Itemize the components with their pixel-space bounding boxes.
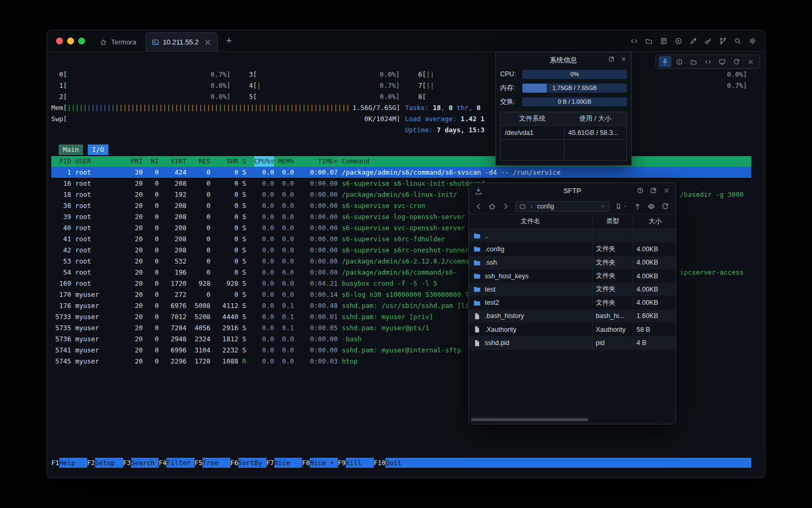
forward-icon[interactable] (502, 202, 510, 211)
fkey-label-f6[interactable]: SortBy (238, 458, 266, 468)
cpu-meter-4: 4[|0.7%] (241, 80, 400, 91)
chevron-right-icon (529, 204, 534, 210)
code-icon[interactable] (702, 56, 714, 67)
refresh-icon[interactable] (661, 202, 669, 211)
cpu-meter-0: 0[0.7%] (51, 69, 230, 80)
pin-icon[interactable] (659, 56, 671, 67)
fkey-f1[interactable]: F1 (51, 458, 59, 468)
fkey-label-f5[interactable]: Tree (202, 458, 230, 468)
file-icon (473, 325, 481, 333)
file-row-.config[interactable]: .config文件夹4.00KB (469, 242, 676, 256)
refresh-icon[interactable] (730, 56, 743, 67)
search-icon[interactable] (734, 37, 742, 45)
fkey-label-f3[interactable]: Search (131, 458, 159, 468)
minimize-window-button[interactable] (67, 38, 74, 44)
fkey-label-f7[interactable]: Nice - (274, 458, 302, 468)
file-table-header[interactable]: 文件名 类型 大小 (469, 214, 676, 229)
sort-column-cpu[interactable]: CPU%▽ (254, 156, 274, 167)
fkey-f2[interactable]: F2 (87, 458, 95, 468)
popout-icon[interactable] (650, 187, 657, 194)
column-filename[interactable]: 文件名 (469, 217, 593, 226)
fkey-f4[interactable]: F4 (159, 458, 167, 468)
fkey-f9[interactable]: F9 (338, 458, 346, 468)
window-controls (56, 38, 85, 44)
close-icon[interactable] (620, 56, 627, 62)
titlebar: Termora 10.211.55.2 + (47, 30, 765, 52)
bookmark-control[interactable] (615, 203, 628, 210)
fkey-f8[interactable]: F8 (302, 458, 310, 468)
tab-session-10-211-55-2[interactable]: 10.211.55.2 (145, 32, 218, 51)
fkey-f7[interactable]: F7 (266, 458, 274, 468)
terminal-icon (152, 39, 159, 46)
file-size: 4.00KB (633, 283, 676, 296)
file-row-test[interactable]: test文件夹4.00KB (469, 283, 676, 296)
record-icon[interactable] (675, 37, 682, 45)
sftp-titlebar: SFTP (469, 183, 676, 199)
info-icon[interactable] (673, 56, 686, 67)
help-icon[interactable] (636, 187, 644, 194)
zoom-window-button[interactable] (78, 38, 85, 44)
scrollbar-thumb[interactable] (471, 418, 588, 421)
fkey-label-f4[interactable]: Filter (167, 458, 195, 468)
horizontal-scrollbar[interactable] (469, 418, 676, 421)
file-row-sshd.pid[interactable]: sshd.pidpid4 B (469, 336, 676, 349)
desktop: Termora 10.211.55.2 + 0[0.7%] 1[0.0%] 2[… (0, 0, 812, 508)
fkey-label-f10[interactable]: Quit (385, 458, 401, 468)
fkey-label-f8[interactable]: Nice + (310, 458, 338, 468)
folder-icon[interactable] (687, 56, 700, 67)
column-size[interactable]: 大小 (633, 217, 676, 226)
uptime-stat: Uptime: 7 days, 15:3 (405, 124, 485, 135)
edit-icon[interactable] (689, 37, 697, 45)
gear-icon[interactable] (749, 37, 756, 45)
fs-table-row: /dev/vda145.61GB / 58.3... (501, 126, 626, 140)
path-bar[interactable]: config (515, 201, 610, 212)
close-tab-icon[interactable] (204, 38, 212, 47)
up-directory-icon[interactable] (633, 202, 642, 211)
file-row-.bash_history[interactable]: .bash_historybash_hi...1.60KB (469, 310, 676, 323)
file-row-.Xauthority[interactable]: .XauthorityXauthority58 B (469, 323, 676, 336)
new-tab-button[interactable]: + (223, 34, 235, 47)
key-icon[interactable] (704, 37, 712, 45)
file-row-.ssh[interactable]: .ssh文件夹4.00KB (469, 256, 676, 269)
code-icon[interactable] (630, 37, 638, 45)
tab-termora[interactable]: Termora (94, 32, 142, 51)
file-type: 文件夹 (593, 296, 633, 309)
back-icon[interactable] (474, 202, 483, 211)
file-size: 4.00KB (633, 296, 676, 309)
fkey-f5[interactable]: F5 (195, 458, 202, 468)
gauge-bar: 0 B / 1.00GB (522, 97, 627, 106)
branch-icon[interactable] (719, 37, 727, 45)
file-type (593, 229, 633, 242)
folder-icon[interactable] (645, 37, 653, 45)
home-icon[interactable] (488, 202, 496, 211)
swap-meter: Swp[0K/1024M] (51, 113, 400, 124)
show-hidden-icon[interactable] (647, 202, 656, 211)
file-row-..[interactable]: .. (469, 229, 676, 242)
column-type[interactable]: 类型 (593, 217, 633, 226)
fkey-label-f9[interactable]: Kill (346, 458, 374, 468)
fs-table-header: 文件系统使用 / 大小 (501, 112, 626, 126)
close-icon[interactable] (744, 56, 757, 67)
close-icon[interactable] (663, 187, 670, 194)
htop-tab-io[interactable]: I/O (88, 144, 108, 155)
journal-icon[interactable] (660, 37, 668, 45)
monitor-icon[interactable] (716, 56, 728, 67)
file-row-ssh_host_keys[interactable]: ssh_host_keys文件夹4.00KB (469, 269, 676, 283)
close-window-button[interactable] (56, 38, 63, 44)
process-row-1[interactable]: 1 root 20 0 424 0 0 S 0.0 0.0 0:00.07 /p… (51, 167, 751, 178)
tab-label: 10.211.55.2 (163, 38, 199, 46)
htop-tab-main[interactable]: Main (59, 144, 83, 155)
process-table-header[interactable]: PID USER PRI NI VIRT RES SHR S CPU%▽ MEM… (51, 156, 751, 167)
load-average-stat: Load average: 1.42 1 (405, 113, 485, 124)
fkey-label-f2[interactable]: Setup (95, 458, 123, 468)
fkey-f6[interactable]: F6 (230, 458, 238, 468)
fkey-f10[interactable]: F10 (374, 458, 386, 468)
htop-view-tabs: MainI/O (59, 144, 108, 155)
system-info-panel: 系统信息 CPU:0%内存:1.75GB / 7.65GB交换:0 B / 1.… (495, 52, 632, 166)
chevron-down-icon[interactable] (599, 203, 606, 210)
folder-icon (473, 299, 481, 307)
fkey-label-f1[interactable]: Help (59, 458, 87, 468)
file-row-test2[interactable]: test2文件夹4.00KB (469, 296, 676, 309)
popout-icon[interactable] (608, 56, 615, 62)
fkey-f3[interactable]: F3 (123, 458, 131, 468)
